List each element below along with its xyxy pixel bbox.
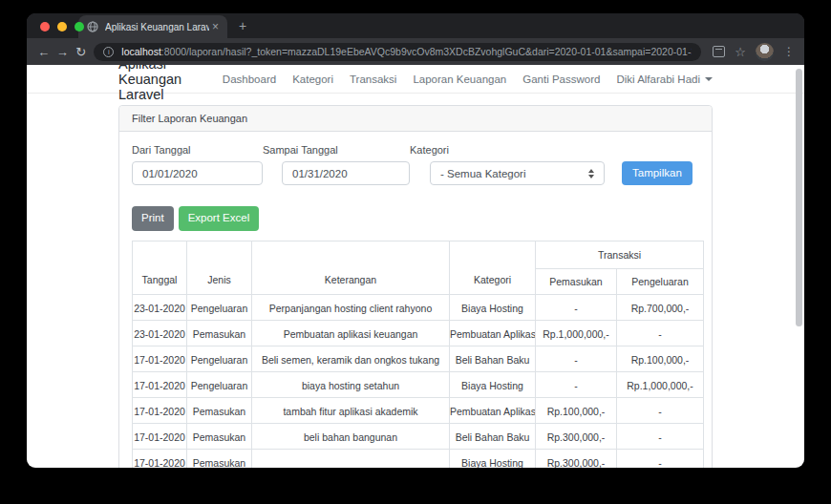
- table-header: Tanggal Jenis Keterangan Kategori Transa…: [133, 241, 704, 294]
- nav-item-transaksi[interactable]: Transaksi: [350, 74, 396, 85]
- category-group: Kategori - Semua Kategori: [410, 144, 605, 185]
- table-cell: Pengeluaran: [187, 346, 252, 371]
- table-cell: Pemasukan: [187, 449, 252, 468]
- col-header-keterangan: Keterangan: [252, 241, 450, 294]
- back-icon[interactable]: ←: [34, 45, 53, 59]
- table-row: 17-01-2020Pemasukanbeli bahan bangunanBe…: [133, 423, 704, 449]
- col-group-transaksi: Transaksi: [536, 241, 704, 268]
- table-cell: -: [617, 320, 704, 346]
- table-cell: 17-01-2020: [133, 397, 187, 423]
- category-selected-value: - Semua Kategori: [440, 168, 526, 179]
- print-button[interactable]: Print: [132, 206, 174, 231]
- table-cell: Rp.100,000,-: [536, 397, 617, 423]
- address-bar[interactable]: i localhost:8000/laporan/hasil?_token=ma…: [94, 43, 701, 61]
- url-host: localhost: [121, 46, 160, 57]
- table-row: 17-01-2020Pemasukantambah fitur aplikasi…: [133, 397, 704, 423]
- category-label: Kategori: [410, 144, 605, 156]
- table-cell: 17-01-2020: [133, 346, 187, 371]
- table-cell: -: [617, 423, 704, 449]
- table-cell: Beli semen, keramik dan ongkos tukang: [252, 346, 450, 371]
- chevron-down-icon: [705, 77, 713, 81]
- table-cell: [252, 449, 450, 468]
- table-row: 23-01-2020PengeluaranPerpanjangan hostin…: [133, 294, 704, 320]
- table-cell: Biaya Hosting: [450, 371, 536, 397]
- table-cell: Beli Bahan Baku: [450, 346, 536, 371]
- tab-title: Aplikasi Keuangan Laravel: [105, 22, 209, 32]
- table-cell: Rp.300,000,-: [536, 423, 617, 449]
- table-cell: 23-01-2020: [133, 320, 187, 346]
- table-cell: Rp.1,000,000,-: [617, 371, 704, 397]
- report-table: Tanggal Jenis Keterangan Kategori Transa…: [132, 241, 704, 469]
- to-date-label: Sampai Tanggal: [263, 144, 410, 156]
- col-header-pemasukan: Pemasukan: [536, 268, 617, 294]
- table-cell: Rp.300,000,-: [536, 449, 617, 468]
- app-navbar: Aplikasi Keuangan Laravel DashboardKateg…: [27, 65, 804, 94]
- table-row: 17-01-2020PengeluaranBeli semen, keramik…: [133, 346, 704, 371]
- export-excel-button[interactable]: Export Excel: [179, 206, 260, 231]
- traffic-lights: [40, 22, 84, 32]
- table-cell: 17-01-2020: [133, 449, 187, 468]
- forward-icon[interactable]: →: [53, 45, 71, 59]
- browser-window: Aplikasi Keuangan Laravel × + ← → ↻ i lo…: [27, 13, 804, 468]
- url-path: :8000/laporan/hasil?_token=mazzaDL19eEbe…: [161, 46, 692, 57]
- col-header-pengeluaran: Pengeluaran: [617, 268, 704, 294]
- page-scrollbar[interactable]: [796, 69, 802, 326]
- tampilkan-button[interactable]: Tampilkan: [622, 161, 692, 186]
- bookmark-star-icon[interactable]: ☆: [735, 46, 746, 58]
- table-row: 17-01-2020Pengeluaranbiaya hosting setah…: [133, 371, 704, 397]
- table-cell: 17-01-2020: [133, 371, 187, 397]
- to-date-input[interactable]: [282, 161, 410, 185]
- app-brand[interactable]: Aplikasi Keuangan Laravel: [118, 65, 223, 102]
- table-cell: beli bahan bangunan: [252, 423, 450, 449]
- from-date-label: Dari Tanggal: [132, 144, 263, 156]
- nav-item-laporan-keuangan[interactable]: Laporan Keuangan: [413, 74, 506, 85]
- table-cell: Pengeluaran: [187, 294, 252, 320]
- from-date-input[interactable]: [132, 161, 263, 185]
- filter-card-body: Dari Tanggal Sampai Tanggal Kategori - S…: [119, 132, 712, 468]
- table-cell: -: [617, 397, 704, 423]
- minimize-window-button[interactable]: [57, 22, 67, 32]
- category-select[interactable]: - Semua Kategori: [430, 161, 605, 185]
- browser-tab[interactable]: Aplikasi Keuangan Laravel ×: [78, 15, 227, 38]
- profile-avatar[interactable]: [756, 43, 774, 61]
- nav-item-kategori[interactable]: Kategori: [292, 74, 333, 85]
- table-cell: Rp.100,000,-: [617, 346, 704, 371]
- nav-item-ganti-password[interactable]: Ganti Password: [522, 74, 600, 85]
- table-body: 23-01-2020PengeluaranPerpanjangan hostin…: [133, 294, 704, 468]
- table-cell: Biaya Hosting: [450, 449, 536, 468]
- close-window-button[interactable]: [40, 22, 50, 32]
- translate-icon[interactable]: [713, 46, 725, 57]
- table-cell: Pembuatan aplikasi keuangan: [252, 320, 450, 346]
- zoom-window-button[interactable]: [75, 22, 84, 32]
- col-header-tanggal: Tanggal: [133, 241, 187, 294]
- tab-close-icon[interactable]: ×: [209, 21, 222, 32]
- table-cell: Pembuatan Aplikasi: [450, 320, 536, 346]
- table-cell: Rp.1,000,000,-: [536, 320, 617, 346]
- url-text: localhost:8000/laporan/hasil?_token=mazz…: [121, 46, 692, 57]
- site-info-icon[interactable]: i: [103, 47, 114, 57]
- refresh-icon[interactable]: ↻: [72, 45, 90, 59]
- table-cell: -: [536, 294, 617, 320]
- table-cell: Perpanjangan hosting client rahyono: [252, 294, 450, 320]
- table-cell: Pengeluaran: [187, 371, 252, 397]
- to-date-group: Sampai Tanggal: [263, 144, 410, 185]
- nav-item-user[interactable]: Diki Alfarabi Hadi: [616, 74, 713, 85]
- table-cell: Beli Bahan Baku: [450, 423, 536, 449]
- table-row: 23-01-2020PemasukanPembuatan aplikasi ke…: [133, 320, 704, 346]
- table-cell: 23-01-2020: [133, 294, 187, 320]
- table-cell: 17-01-2020: [133, 423, 187, 449]
- table-cell: Pemasukan: [187, 423, 252, 449]
- nav-menu: DashboardKategoriTransaksiLaporan Keuang…: [223, 74, 713, 85]
- table-actions: Print Export Excel: [132, 206, 699, 231]
- nav-item-dashboard[interactable]: Dashboard: [223, 74, 276, 85]
- table-cell: Pemasukan: [187, 397, 252, 423]
- table-cell: -: [617, 449, 704, 468]
- filter-form: Dari Tanggal Sampai Tanggal Kategori - S…: [132, 144, 699, 185]
- table-cell: tambah fitur aplikasi akademik: [252, 397, 450, 423]
- table-cell: biaya hosting setahun: [252, 371, 450, 397]
- menu-dots-icon[interactable]: ⋮: [783, 46, 795, 57]
- from-date-group: Dari Tanggal: [132, 144, 263, 185]
- favicon-globe-icon: [87, 21, 98, 32]
- new-tab-button[interactable]: +: [239, 18, 246, 33]
- table-cell: Rp.700,000,-: [617, 294, 704, 320]
